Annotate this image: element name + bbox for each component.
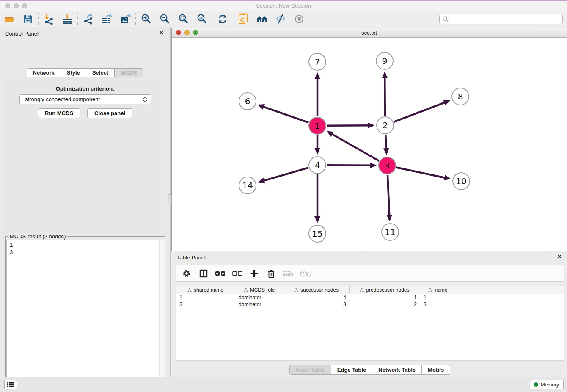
graph-node-6[interactable]: 6 xyxy=(239,92,256,110)
graph-node-7[interactable]: 7 xyxy=(308,53,326,71)
tab-network-table[interactable]: Network Table xyxy=(372,365,422,375)
delete-column-button[interactable] xyxy=(266,268,277,279)
save-session-button[interactable] xyxy=(19,12,37,26)
function-builder-button[interactable]: f(x) xyxy=(300,268,311,279)
tab-edge-table[interactable]: Edge Table xyxy=(331,365,372,375)
memory-button[interactable]: Memory xyxy=(530,380,564,389)
refresh-button[interactable] xyxy=(213,12,232,26)
open-session-button[interactable] xyxy=(0,12,19,26)
table-cell[interactable]: 4 xyxy=(284,294,350,301)
create-column-button[interactable] xyxy=(249,268,260,279)
graph-node-1[interactable]: 1 xyxy=(308,117,326,135)
edges-layer[interactable] xyxy=(172,38,567,251)
graph-edge-4-3[interactable] xyxy=(327,165,375,166)
graph-edge-3-10[interactable] xyxy=(396,168,449,179)
zoom-fit-button[interactable] xyxy=(174,12,193,26)
zoom-selected-button[interactable] xyxy=(193,12,211,26)
home-button[interactable] xyxy=(253,12,271,26)
unchecked-boxes-icon xyxy=(232,271,242,276)
table-cell[interactable]: 3 xyxy=(284,301,350,308)
float-panel-icon[interactable] xyxy=(550,255,554,259)
column-header-label: predecessor nodes xyxy=(366,287,409,293)
show-columns-button[interactable] xyxy=(198,268,209,279)
table-settings-button[interactable] xyxy=(181,268,192,279)
delete-table-button[interactable] xyxy=(283,268,294,279)
graph-node-2[interactable]: 2 xyxy=(376,116,394,134)
graph-node-11[interactable]: 11 xyxy=(381,223,399,241)
table-cell[interactable]: 3 xyxy=(420,301,456,308)
mcds-result-title: MCDS result (2 nodes) xyxy=(8,233,67,240)
tab-mcds[interactable]: MCDS xyxy=(115,68,143,77)
export-image-button[interactable] xyxy=(116,12,135,26)
tab-style[interactable]: Style xyxy=(61,68,86,77)
tab-select[interactable]: Select xyxy=(86,68,115,77)
graph-node-3[interactable]: 3 xyxy=(378,157,396,174)
graph-node-10[interactable]: 10 xyxy=(452,172,470,190)
graph-edge-3-1[interactable] xyxy=(328,132,379,161)
tab-network[interactable]: Network xyxy=(27,68,61,77)
close-panel-button[interactable]: Close panel xyxy=(87,108,132,118)
result-scrollbar[interactable] xyxy=(159,240,165,392)
graph-node-4[interactable]: 4 xyxy=(308,156,326,174)
vertical-splitter-grip[interactable] xyxy=(168,194,171,204)
select-all-columns-button[interactable] xyxy=(215,268,226,279)
column-header-MCDS-role[interactable]: MCDS role xyxy=(235,286,284,294)
run-mcds-button[interactable]: Run MCDS xyxy=(38,108,80,118)
graph-edge-2-8[interactable] xyxy=(394,101,449,122)
node-table[interactable]: shared nameMCDS rolesuccessor nodesprede… xyxy=(176,286,564,361)
hide-selected-button[interactable] xyxy=(271,12,290,26)
control-panel-tabs: Network Style Select MCDS xyxy=(0,68,170,77)
table-panel-header: Table Panel ✕ xyxy=(173,252,567,264)
table-cell[interactable]: 1 xyxy=(420,294,456,301)
import-table-button[interactable] xyxy=(58,12,77,26)
zoom-out-button[interactable] xyxy=(155,12,174,26)
column-header-predecessor-nodes[interactable]: predecessor nodes xyxy=(350,286,420,294)
column-header-shared-name[interactable]: shared name xyxy=(176,286,235,294)
tab-motifs[interactable]: Motifs xyxy=(422,365,450,375)
graph-node-15[interactable]: 15 xyxy=(308,225,326,243)
trash-icon xyxy=(267,269,275,278)
duplicate-network-button[interactable] xyxy=(234,12,253,26)
import-network-button[interactable] xyxy=(39,12,58,26)
graph-edge-4-14[interactable] xyxy=(259,168,308,182)
graph-edge-3-11[interactable] xyxy=(388,175,390,220)
search-icon xyxy=(442,16,449,22)
table-row[interactable]: 3dominator323 xyxy=(176,301,564,308)
eye-slash-icon xyxy=(275,14,286,25)
table-cell[interactable]: 1 xyxy=(176,294,235,301)
table-cell[interactable]: dominator xyxy=(235,301,284,308)
mcds-result-textarea[interactable]: 1 3 xyxy=(6,240,164,392)
graph-edge-1-6[interactable] xyxy=(259,105,308,123)
graph-node-9[interactable]: 9 xyxy=(376,52,394,70)
graph-edge-2-3[interactable] xyxy=(385,135,386,153)
table-cell[interactable]: dominator xyxy=(235,294,284,301)
network-window-titlebar[interactable]: × – + scc.txt xyxy=(172,28,567,38)
column-type-icon xyxy=(244,288,248,292)
deselect-all-columns-button[interactable] xyxy=(232,268,243,279)
graph-node-8[interactable]: 8 xyxy=(451,88,469,105)
export-network-button[interactable] xyxy=(79,12,97,26)
task-history-button[interactable] xyxy=(4,380,17,389)
zoom-in-button[interactable] xyxy=(137,12,155,26)
table-row[interactable]: 1dominator411 xyxy=(176,294,564,301)
column-header-successor-nodes[interactable]: successor nodes xyxy=(284,286,350,294)
memory-status-icon xyxy=(534,382,538,387)
close-panel-icon[interactable]: ✕ xyxy=(159,29,164,36)
export-table-button[interactable] xyxy=(97,12,116,26)
close-panel-icon[interactable]: ✕ xyxy=(557,253,562,260)
dropdown-value: strongly connected component xyxy=(25,96,143,102)
table-cell[interactable]: 2 xyxy=(350,301,420,308)
show-all-button[interactable] xyxy=(290,12,308,26)
graph-edge-1-2[interactable] xyxy=(327,125,373,126)
graph-node-14[interactable]: 14 xyxy=(239,177,256,194)
table-cell[interactable]: 1 xyxy=(350,294,420,301)
float-panel-icon[interactable] xyxy=(152,31,156,35)
optimization-criterion-select[interactable]: strongly connected component xyxy=(19,94,151,104)
zoom-out-icon xyxy=(159,14,170,25)
table-cell[interactable]: 3 xyxy=(176,301,235,308)
network-canvas[interactable]: 7968124314101511 xyxy=(172,38,567,251)
column-header-name[interactable]: name xyxy=(420,286,456,294)
tab-node-table[interactable]: Node Table xyxy=(289,365,331,375)
search-input[interactable] xyxy=(439,14,563,24)
graph-edge-2-9[interactable] xyxy=(385,73,385,116)
